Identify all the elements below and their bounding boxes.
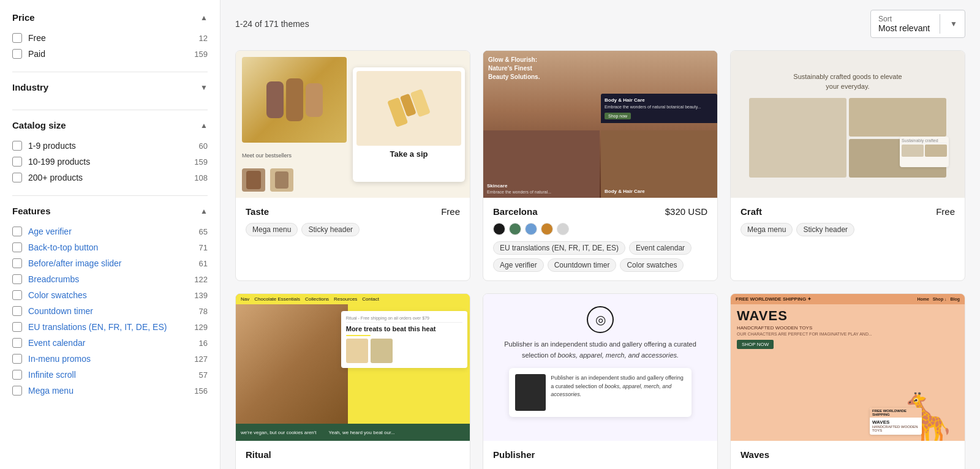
theme-card-barcelona[interactable]: Glow & Flourish:Nature's FinestBeauty So… <box>483 50 718 281</box>
back-to-top-count: 71 <box>199 243 208 252</box>
in-menu-promos-checkbox[interactable] <box>12 354 22 364</box>
industry-filter-header[interactable]: Industry ▼ <box>12 82 208 92</box>
swatch-orange[interactable] <box>541 223 553 235</box>
event-calendar-checkbox[interactable] <box>12 338 22 348</box>
infinite-scroll-count: 57 <box>199 370 208 380</box>
paid-label: Paid <box>28 49 45 59</box>
paid-count: 159 <box>194 50 208 59</box>
taste-tag-mega-menu: Mega menu <box>246 223 298 236</box>
theme-image-waves: FREE WORLDWIDE SHIPPING ✦ Home Shop ↓ Bl… <box>731 294 965 441</box>
filter-item-infinite-scroll: Infinite scroll 57 <box>12 367 208 383</box>
taste-name: Taste <box>246 206 269 217</box>
200plus-products-label: 200+ products <box>28 173 83 182</box>
price-filter-header[interactable]: Price ▲ <box>12 12 208 23</box>
barcelona-price: $320 USD <box>665 206 707 217</box>
results-count: 1-24 of 171 themes <box>235 19 309 29</box>
eu-translations-label: EU translations (EN, FR, IT, DE, ES) <box>28 322 167 332</box>
paid-checkbox[interactable] <box>12 49 22 59</box>
waves-shop-now[interactable]: SHOP NOW <box>737 340 774 349</box>
theme-info-waves: Waves <box>731 441 965 469</box>
200plus-products-checkbox[interactable] <box>12 173 22 182</box>
sort-label: Sort <box>878 15 930 23</box>
filter-item-color-swatches: Color swatches 139 <box>12 287 208 303</box>
eu-translations-checkbox[interactable] <box>12 322 22 332</box>
eu-translations-count: 129 <box>194 323 208 332</box>
age-verifier-checkbox[interactable] <box>12 227 22 236</box>
breadcrumbs-count: 122 <box>194 275 208 284</box>
sort-value: Most relevant <box>878 23 930 33</box>
1-9-products-checkbox[interactable] <box>12 141 22 151</box>
barcelona-tag-swatches: Color swatches <box>620 258 684 272</box>
mega-menu-checkbox[interactable] <box>12 386 22 396</box>
mega-menu-count: 156 <box>194 386 208 396</box>
10-199-products-checkbox[interactable] <box>12 157 22 167</box>
ritual-name: Ritual <box>246 449 271 460</box>
filter-item-in-menu-promos: In-menu promos 127 <box>12 351 208 367</box>
taste-price: Free <box>441 206 460 217</box>
barcelona-tag-countdown: Countdown timer <box>548 258 617 272</box>
filter-item-countdown: Countdown timer 78 <box>12 303 208 319</box>
breadcrumbs-checkbox[interactable] <box>12 274 22 284</box>
theme-info-craft: Craft Free Mega menu Sticky header <box>731 198 965 245</box>
features-filter-section: Features ▲ Age verifier 65 Back-to-top b… <box>12 196 208 408</box>
theme-card-taste[interactable]: Meet our bestsellers <box>235 50 470 281</box>
catalog-filter-section: Catalog size ▲ 1-9 products 60 10-199 pr… <box>12 110 208 196</box>
swatch-green[interactable] <box>509 223 521 235</box>
barcelona-name: Barcelona <box>493 206 538 217</box>
industry-filter-title: Industry <box>12 82 48 92</box>
industry-chevron-icon: ▼ <box>200 83 208 92</box>
color-swatches-count: 139 <box>194 291 208 300</box>
countdown-label: Countdown timer <box>28 306 93 316</box>
theme-card-craft[interactable]: Sustainably crafted goods to elevateyour… <box>730 50 965 281</box>
theme-card-publisher[interactable]: ◎ Publisher is an independent studio and… <box>483 293 718 469</box>
countdown-checkbox[interactable] <box>12 306 22 316</box>
before-after-count: 61 <box>199 259 208 268</box>
sidebar: Price ▲ Free 12 Paid 159 Industr <box>0 0 221 469</box>
filter-item-free: Free 12 <box>12 30 208 46</box>
countdown-count: 78 <box>199 307 208 316</box>
before-after-checkbox[interactable] <box>12 258 22 268</box>
theme-image-taste: Meet our bestsellers <box>236 51 470 198</box>
waves-title-row: Waves <box>741 449 955 460</box>
barcelona-tag-event: Event calendar <box>629 241 692 255</box>
taste-tag-sticky-header: Sticky header <box>301 223 360 236</box>
craft-price: Free <box>936 206 955 217</box>
swatch-blue[interactable] <box>525 223 537 235</box>
10-199-count: 159 <box>194 157 208 167</box>
theme-card-waves[interactable]: FREE WORLDWIDE SHIPPING ✦ Home Shop ↓ Bl… <box>730 293 965 469</box>
infinite-scroll-checkbox[interactable] <box>12 370 22 380</box>
event-calendar-label: Event calendar <box>28 338 85 348</box>
filter-item-200plus: 200+ products 108 <box>12 170 208 186</box>
sort-control[interactable]: Sort Most relevant ▼ <box>870 10 965 38</box>
catalog-filter-header[interactable]: Catalog size ▲ <box>12 120 208 130</box>
color-swatches-checkbox[interactable] <box>12 290 22 300</box>
theme-info-taste: Taste Free Mega menu Sticky header <box>236 198 470 245</box>
catalog-chevron-icon: ▲ <box>200 121 208 130</box>
barcelona-swatches <box>493 223 707 235</box>
theme-image-publisher: ◎ Publisher is an independent studio and… <box>483 294 717 441</box>
in-menu-promos-count: 127 <box>194 355 208 364</box>
features-filter-header[interactable]: Features ▲ <box>12 206 208 216</box>
features-filter-title: Features <box>12 206 51 216</box>
filter-item-1-9: 1-9 products 60 <box>12 138 208 154</box>
age-verifier-count: 65 <box>199 227 208 236</box>
barcelona-tag-eu: EU translations (EN, FR, IT, DE, ES) <box>493 241 625 255</box>
publisher-name: Publisher <box>493 449 535 460</box>
event-calendar-count: 16 <box>199 339 208 348</box>
swatch-gray[interactable] <box>557 223 569 235</box>
catalog-filter-title: Catalog size <box>12 120 66 130</box>
app-layout: Price ▲ Free 12 Paid 159 Industr <box>0 0 980 469</box>
back-to-top-checkbox[interactable] <box>12 242 22 252</box>
filter-item-10-199: 10-199 products 159 <box>12 154 208 170</box>
main-content: 1-24 of 171 themes Sort Most relevant ▼ <box>221 0 980 469</box>
theme-info-ritual: Ritual <box>236 441 470 469</box>
1-9-count: 60 <box>199 141 208 151</box>
swatch-black[interactable] <box>493 223 505 235</box>
free-checkbox[interactable] <box>12 33 22 43</box>
infinite-scroll-label: Infinite scroll <box>28 370 76 380</box>
taste-title-row: Taste Free <box>246 206 460 217</box>
barcelona-shop-now[interactable]: Shop now <box>605 113 631 119</box>
theme-card-ritual[interactable]: NavChocolate EssentialsCollectionsResour… <box>235 293 470 469</box>
sort-dropdown-icon: ▼ <box>950 20 957 28</box>
before-after-label: Before/after image slider <box>28 258 122 268</box>
